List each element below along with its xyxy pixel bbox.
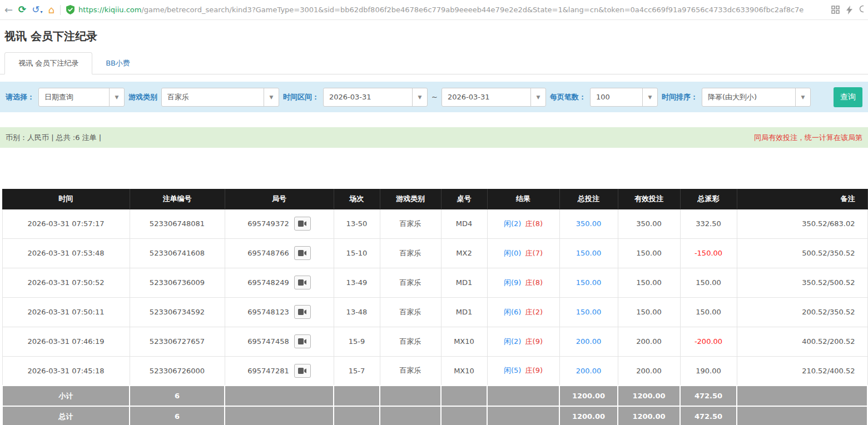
total-label: 总计 [2, 406, 130, 425]
cell-time: 2026-03-31 07:57:17 [2, 209, 130, 238]
result-banker: 庄(7) [525, 249, 543, 257]
cell-bet-id: 523306741608 [130, 238, 225, 268]
cell-valid-bet: 350.00 [618, 209, 680, 238]
cell-bet-id: 523306727657 [130, 327, 225, 356]
round-id-text: 695749372 [247, 219, 289, 228]
result-player: 闲(6) [504, 308, 521, 316]
cell-table-no: MX10 [441, 327, 487, 356]
date-to-select[interactable]: 2026-03-31 ▼ [442, 88, 546, 107]
game-type-label: 游戏类别 [128, 92, 157, 102]
cell-time: 2026-03-31 07:46:19 [2, 327, 130, 356]
result-player: 闲(2) [504, 337, 521, 346]
cell-total-bet: 350.00 [559, 209, 618, 238]
refresh-icon[interactable]: ⟳ [18, 5, 26, 14]
back-icon[interactable]: ← [4, 5, 13, 15]
cell-game-type: 百家乐 [380, 356, 441, 386]
total-bet-link[interactable]: 150.00 [576, 308, 602, 316]
tab-betrecord[interactable]: 视讯 会员下注纪录 [4, 52, 92, 74]
undo-button[interactable]: ↺ ▾ [32, 5, 42, 14]
select-type-label: 请选择： [6, 92, 34, 102]
video-replay-button[interactable] [294, 334, 311, 348]
video-replay-button[interactable] [294, 364, 311, 378]
round-id-text: 695748123 [247, 308, 289, 316]
cell-time: 2026-03-31 07:45:18 [2, 356, 130, 386]
cell-round-id: 695747281 [225, 356, 334, 386]
chevron-down-icon[interactable]: ▼ [264, 88, 279, 106]
undo-icon: ↺ [32, 5, 39, 14]
total-valid-bet: 1200.00 [618, 406, 680, 425]
page-size-select[interactable]: 100 ▼ [590, 88, 658, 107]
video-replay-button[interactable] [294, 305, 311, 319]
round-id-text: 695747458 [247, 337, 289, 346]
cell-time: 2026-03-31 07:53:48 [2, 238, 130, 268]
total-bet-link[interactable]: 350.00 [576, 219, 602, 228]
cell-total-bet: 150.00 [559, 268, 618, 297]
cell-remark: 200.52/350.52 [737, 297, 867, 327]
video-replay-button[interactable] [294, 276, 311, 289]
round-id-text: 695747281 [247, 367, 289, 375]
chevron-down-icon[interactable]: ▼ [530, 88, 545, 106]
round-id-text: 695748249 [247, 278, 289, 287]
cell-round-id: 695748249 [225, 268, 334, 297]
query-type-select[interactable]: 日期查询 ▼ [38, 88, 125, 107]
date-from-select[interactable]: 2026-03-31 ▼ [323, 88, 428, 107]
total-bet-link[interactable]: 150.00 [576, 278, 602, 287]
game-type-select[interactable]: 百家乐 ▼ [161, 88, 279, 107]
sort-order-select[interactable]: 降幂(由大到小) ▼ [702, 88, 811, 107]
total-bet-link[interactable]: 200.00 [576, 367, 602, 375]
cell-game-type: 百家乐 [380, 297, 441, 327]
result-banker: 庄(2) [525, 308, 543, 316]
lightning-icon[interactable] [846, 6, 852, 14]
total-row: 总计 6 1200.00 1200.00 472.50 [2, 406, 867, 425]
cell-result: 闲(2) 庄(9) [487, 327, 559, 356]
search-button[interactable]: 查询 [834, 87, 862, 107]
cell-remark: 350.52/500.52 [737, 268, 867, 297]
table-row: 2026-03-31 07:45:18 523306726000 6957472… [2, 356, 867, 386]
cell-table-no: MX10 [441, 356, 487, 386]
cell-result: 闲(0) 庄(7) [487, 238, 559, 268]
cell-bet-id: 523306736009 [130, 268, 225, 297]
total-total-bet: 1200.00 [559, 406, 618, 425]
empty-cell [441, 406, 487, 425]
chevron-down-icon[interactable]: ▼ [795, 88, 810, 106]
video-replay-button[interactable] [294, 217, 311, 231]
sort-order-label: 时间排序： [662, 92, 698, 102]
video-camera-icon [297, 308, 307, 316]
grid-icon[interactable] [831, 6, 840, 14]
total-bet-link[interactable]: 200.00 [576, 337, 602, 346]
cell-result: 闲(2) 庄(8) [487, 209, 559, 238]
cell-table-no: MD1 [441, 268, 487, 297]
video-camera-icon [297, 338, 307, 345]
col-session: 场次 [334, 189, 380, 209]
empty-cell [737, 386, 867, 406]
total-bet-link[interactable]: 150.00 [576, 249, 602, 257]
cell-payout: 150.00 [680, 297, 737, 327]
col-time: 时间 [2, 189, 130, 209]
page-size-label: 每页笔数： [550, 92, 586, 102]
table-row: 2026-03-31 07:53:48 523306741608 6957487… [2, 238, 867, 268]
cell-remark: 400.52/200.52 [737, 327, 867, 356]
empty-cell [737, 406, 867, 425]
video-replay-button[interactable] [294, 246, 311, 260]
undo-caret-icon[interactable]: ▾ [41, 9, 43, 14]
clipped-icon[interactable] [859, 4, 864, 15]
cell-valid-bet: 150.00 [618, 238, 680, 268]
page-title: 视讯 会员下注纪录 [4, 29, 868, 44]
total-count: 6 [130, 406, 225, 425]
chevron-down-icon[interactable]: ▼ [642, 88, 657, 106]
col-round-id: 局号 [225, 189, 334, 209]
home-icon[interactable]: ⌂ [48, 5, 54, 15]
address-bar[interactable]: https://kiqiiu.com/game/betrecord_search… [66, 5, 821, 14]
cell-payout: 332.50 [680, 209, 737, 238]
cell-total-bet: 200.00 [559, 356, 618, 386]
time-range-label: 时间区间： [283, 92, 319, 102]
table-row: 2026-03-31 07:57:17 523306748081 6957493… [2, 209, 867, 238]
cell-round-id: 695749372 [225, 209, 334, 238]
cell-time: 2026-03-31 07:50:52 [2, 268, 130, 297]
chevron-down-icon[interactable]: ▼ [109, 88, 124, 106]
tab-bb-tip[interactable]: BB小费 [92, 53, 143, 74]
video-camera-icon [297, 367, 307, 374]
cell-result: 闲(9) 庄(8) [487, 268, 559, 297]
range-tilde: ~ [431, 93, 438, 101]
chevron-down-icon[interactable]: ▼ [412, 88, 427, 106]
